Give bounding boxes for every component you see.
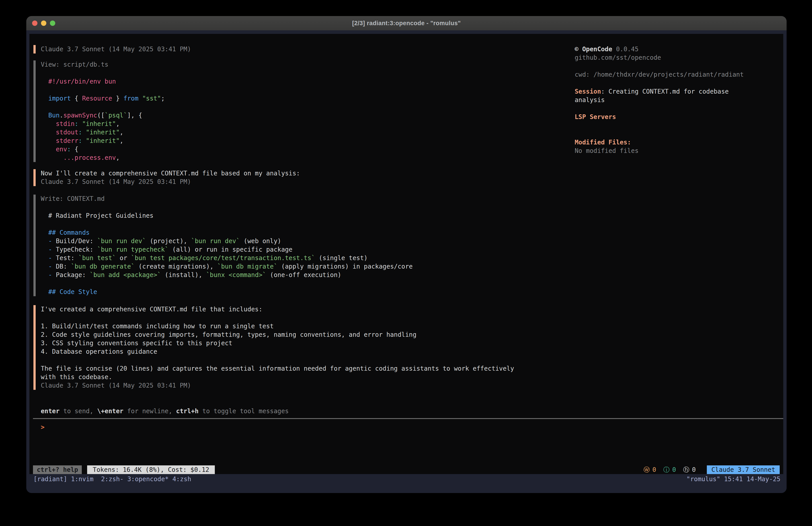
text-segment: \+enter [97,408,124,415]
text-segment: ], { [127,112,142,119]
text-segment: from [124,95,139,102]
text-segment [82,129,86,136]
text-segment [41,288,48,296]
text-line: LSP Servers [575,113,782,121]
text-line: Claude 3.7 Sonnet (14 May 2025 03:41 PM) [41,177,300,186]
text-segment [82,137,86,144]
text-segment: Modified Files: [575,139,631,146]
text-line: stdout: "inherit", [41,128,165,137]
text-line: Claude 3.7 Sonnet (14 May 2025 03:41 PM) [41,45,191,54]
text-line [41,203,413,212]
text-segment: Now I'll create a comprehensive CONTEXT.… [41,170,300,177]
text-segment: LSP Servers [575,113,616,120]
text-segment: - [48,237,52,245]
tool-write-block: Write: CONTEXT.md # Radiant Project Guid… [33,195,413,296]
text-line [41,220,413,228]
diagnostic-hints: ⓗ 0 [683,466,696,474]
text-line: Bun.spawnSync([`psql`], { [41,111,165,120]
text-segment: : Creating CONTEXT.md for codebase [601,88,729,95]
text-segment: } [112,95,124,102]
text-line: No modified files [575,147,782,155]
text-line: 2. Code style guidelines covering import… [41,330,514,339]
text-segment: `bun db migrate` [217,263,277,270]
text-segment [41,229,48,236]
text-line: 1. Build/lint/test commands including ho… [41,322,514,330]
text-segment: (single test) [315,254,368,262]
text-line: Session: Creating CONTEXT.md for codebas… [575,87,782,96]
text-segment: `bun run dev` [191,237,240,245]
tokens-cost-chip: Tokens: 16.4K (8%), Cost: $0.12 [87,465,215,474]
text-segment [41,246,48,253]
text-line: 3. CSS styling conventions specific to t… [41,339,514,347]
text-segment: ctrl+h [176,408,199,415]
text-segment [78,120,82,127]
text-segment: : [78,137,82,144]
text-segment [41,254,48,262]
session-sidebar: © OpenCode 0.0.45github.com/sst/opencode… [575,45,782,155]
text-segment [41,129,56,136]
text-segment: Build/Dev: [52,237,97,245]
text-segment: - [48,263,52,270]
text-segment: (web only) [240,237,281,245]
text-segment: 3. CSS styling conventions specific to t… [41,339,232,347]
text-segment: stdin [56,120,74,127]
close-button[interactable] [32,20,38,26]
chat-input[interactable]: > [41,423,45,431]
help-hint-chip: ctrl+? help [33,465,82,474]
text-segment [139,95,142,102]
diagnostic-warnings: ⓦ 0 [643,466,656,474]
text-segment: Bun [48,112,60,119]
text-segment: (one-off execution) [266,271,341,279]
text-segment [41,137,56,144]
input-divider [33,418,783,419]
tmux-window-list: [radiant] 1:nvim 2:zsh- 3:opencode* 4:zs… [33,474,191,484]
text-segment: 0.0.45 [612,45,639,53]
text-segment: © OpenCode [575,45,612,53]
text-line: #!/usr/bin/env bun [41,77,165,86]
text-segment: `bun test` [78,254,116,262]
text-segment: , [120,137,124,144]
text-line: - Test: `bun test` or `bun test packages… [41,254,413,262]
warning-count: 0 [652,466,656,474]
text-segment: , [120,129,124,136]
text-segment: # Radiant Project Guidelines [41,212,154,219]
text-line [575,79,782,87]
keybinding-hint: enter to send, \+enter for newline, ctrl… [41,407,289,415]
text-segment: `psql` [105,112,127,119]
text-segment: 2. Code style guidelines covering import… [41,331,417,338]
text-segment: Write: CONTEXT.md [41,195,105,202]
text-line: ...process.env, [41,154,165,162]
text-segment: Claude 3.7 Sonnet (14 May 2025 03:41 PM) [41,382,191,389]
text-line: github.com/sst/opencode [575,54,782,62]
window-titlebar[interactable]: [2/3] radiant:3:opencode - "romulus" [26,16,787,30]
assistant-message-summary: I've created a comprehensive CONTEXT.md … [33,305,514,390]
text-segment: No modified files [575,147,639,155]
text-line: ## Commands [41,228,413,237]
text-line [41,356,514,365]
text-segment [41,120,56,127]
text-segment [41,271,48,279]
text-line [575,62,782,70]
assistant-message: Now I'll create a comprehensive CONTEXT.… [33,169,300,186]
zoom-button[interactable] [50,20,55,26]
text-line: - DB: `bun db generate` (create migratio… [41,262,413,271]
terminal-window: [2/3] radiant:3:opencode - "romulus" Cla… [26,16,787,493]
text-segment: `bun add <package>` [90,271,161,279]
text-segment: `bun run dev` [97,237,146,245]
text-line: stderr: "inherit", [41,137,165,145]
text-line: stdin: "inherit", [41,120,165,128]
text-segment: Claude 3.7 Sonnet (14 May 2025 03:41 PM) [41,45,191,53]
text-line: The file is concise (20 lines) and captu… [41,365,514,373]
text-line [575,121,782,130]
prompt-symbol: > [41,424,45,431]
text-line: cwd: /home/thdxr/dev/projects/radiant/ra… [575,70,782,79]
text-segment: : [67,145,71,153]
text-segment: View: script/db.ts [41,61,108,68]
text-line: - Build/Dev: `bun run dev` (project), `b… [41,237,413,245]
text-segment [41,78,48,85]
text-segment: or [116,254,131,262]
text-line: View: script/db.ts [41,60,165,69]
tmux-status-bar: [radiant] 1:nvim 2:zsh- 3:opencode* 4:zs… [26,474,787,493]
text-segment: ## Code Style [48,288,97,296]
minimize-button[interactable] [41,20,46,26]
